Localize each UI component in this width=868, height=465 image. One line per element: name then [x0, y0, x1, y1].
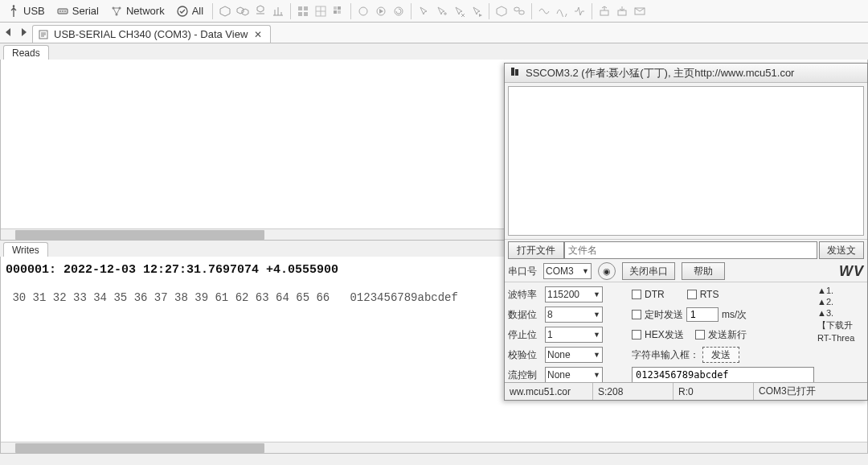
port-select[interactable]: COM3 ▼: [543, 263, 592, 279]
chevron-down-icon: ▼: [593, 290, 600, 298]
reads-tab-row: Reads: [0, 43, 868, 60]
reads-tab[interactable]: Reads: [3, 45, 49, 60]
tab-nav-right-icon[interactable]: [18, 27, 29, 38]
all-filter-button[interactable]: All: [170, 2, 209, 20]
document-tab-icon: [38, 29, 49, 40]
palette-icon[interactable]: [330, 2, 347, 20]
network-icon: [110, 5, 123, 18]
rts-checkbox[interactable]: [687, 290, 697, 299]
grid-large-icon[interactable]: [312, 2, 330, 20]
cursor-play-icon[interactable]: [468, 2, 485, 20]
status-recv: R:0: [674, 383, 754, 400]
databits-select[interactable]: 8 ▼: [545, 307, 603, 323]
sscom-receive-textarea[interactable]: [508, 86, 864, 236]
side-a3[interactable]: ▲3.: [817, 308, 864, 318]
side-rt[interactable]: RT-Threa: [817, 333, 864, 343]
hex-send-checkbox[interactable]: [632, 330, 641, 339]
writes-tab[interactable]: Writes: [3, 242, 48, 257]
cursor-add-icon[interactable]: [432, 2, 450, 20]
close-tab-icon[interactable]: ✕: [252, 29, 264, 40]
svg-point-4: [64, 10, 66, 12]
usb-filter-button[interactable]: USB: [2, 2, 51, 20]
sscom-port-row: 串口号 COM3 ▼ ◉ 关闭串口 帮助 WV: [505, 261, 867, 282]
svg-marker-27: [497, 6, 506, 16]
stopbits-select[interactable]: 1 ▼: [545, 327, 603, 343]
svg-rect-36: [511, 68, 514, 76]
filename-input[interactable]: [564, 241, 817, 259]
toolbar-separator: [290, 3, 291, 19]
toolbar-separator: [411, 3, 411, 19]
sscom-side-list: ▲1. ▲2. ▲3. 【下载升 RT-Threa: [817, 286, 864, 384]
interval-input[interactable]: [686, 307, 719, 322]
timed-send-checkbox[interactable]: [632, 310, 641, 319]
chevron-down-icon: ▼: [582, 267, 589, 275]
wave-icon[interactable]: [535, 2, 553, 20]
help-button[interactable]: 帮助: [682, 262, 725, 280]
svg-rect-37: [515, 69, 518, 76]
side-a2[interactable]: ▲2.: [817, 297, 864, 307]
port-status-icon[interactable]: ◉: [598, 262, 616, 280]
svg-point-8: [178, 6, 187, 16]
writes-scroll-thumb[interactable]: [15, 443, 264, 453]
send-button[interactable]: 发送: [702, 347, 739, 363]
send-string-input[interactable]: [632, 367, 814, 383]
all-icon: [176, 5, 189, 18]
svg-marker-26: [479, 14, 482, 17]
stopbits-value: 1: [547, 329, 553, 340]
close-port-label: 关闭串口: [629, 265, 668, 278]
status-sent: S:208: [593, 383, 674, 400]
hex-send-label: HEX发送: [645, 328, 684, 342]
wave-icon-2[interactable]: [553, 2, 571, 20]
svg-marker-29: [519, 10, 524, 14]
flow-select[interactable]: None ▼: [545, 367, 603, 383]
send-file-button[interactable]: 发送文: [819, 241, 864, 259]
export-icon-2[interactable]: [613, 2, 631, 20]
status-com: COM3已打开: [754, 383, 867, 400]
network-filter-button[interactable]: Network: [104, 2, 170, 20]
writes-scrollbar[interactable]: [1, 442, 867, 453]
play-icon[interactable]: [372, 2, 390, 20]
sscom-status-bar: ww.mcu51.cor S:208 R:0 COM3已打开: [505, 382, 867, 400]
toolbar-separator: [531, 3, 532, 19]
wave-icon-3[interactable]: [571, 2, 588, 20]
writes-tab-row: Writes: [0, 241, 48, 257]
hex-cluster-icon[interactable]: [510, 2, 528, 20]
toolbar-separator: [592, 3, 592, 19]
parity-select[interactable]: None ▼: [545, 347, 603, 363]
chart-icon[interactable]: [269, 2, 287, 20]
dtr-checkbox[interactable]: [632, 290, 641, 299]
svg-rect-19: [338, 6, 341, 10]
sscom-title-bar[interactable]: SSCOM3.2 (作者:聂小猛(丁丁), 主页http://www.mcu51…: [505, 64, 867, 83]
mail-icon[interactable]: [631, 2, 649, 20]
interval-unit: ms/次: [722, 308, 747, 322]
chevron-down-icon: ▼: [593, 331, 600, 339]
hex-view-icon[interactable]: [216, 2, 234, 20]
loop-icon[interactable]: [390, 2, 407, 20]
cursor-icon[interactable]: [415, 2, 432, 20]
baud-select[interactable]: 115200 ▼: [545, 286, 603, 302]
side-dl[interactable]: 【下载升: [817, 319, 864, 331]
svg-point-22: [359, 7, 367, 15]
close-port-button[interactable]: 关闭串口: [622, 262, 675, 280]
hex-icon-2[interactable]: [493, 2, 510, 20]
cursor-remove-icon[interactable]: [450, 2, 468, 20]
serial-filter-label: Serial: [72, 5, 99, 17]
export-icon[interactable]: [596, 2, 613, 20]
grid-small-icon[interactable]: [294, 2, 312, 20]
reads-tab-label: Reads: [12, 47, 40, 59]
reads-scroll-thumb[interactable]: [15, 230, 264, 240]
hex-group-icon[interactable]: [234, 2, 252, 20]
record-icon[interactable]: [354, 2, 372, 20]
svg-rect-16: [304, 12, 308, 16]
open-file-button[interactable]: 打开文件: [508, 241, 564, 259]
serial-filter-button[interactable]: Serial: [51, 2, 104, 20]
side-a1[interactable]: ▲1.: [817, 286, 864, 295]
document-tab[interactable]: USB-SERIAL CH340 (COM3) - Data View ✕: [32, 25, 271, 43]
sscom-params-area: 波特率 115200 ▼ 数据位 8 ▼ 停止位 1 ▼: [505, 282, 867, 387]
svg-rect-30: [600, 10, 608, 15]
serial-icon: [56, 5, 69, 18]
hex-tree-icon[interactable]: [252, 2, 269, 20]
svg-rect-15: [298, 12, 302, 16]
send-newline-checkbox[interactable]: [695, 330, 705, 339]
tab-nav-left-icon[interactable]: [3, 27, 14, 38]
